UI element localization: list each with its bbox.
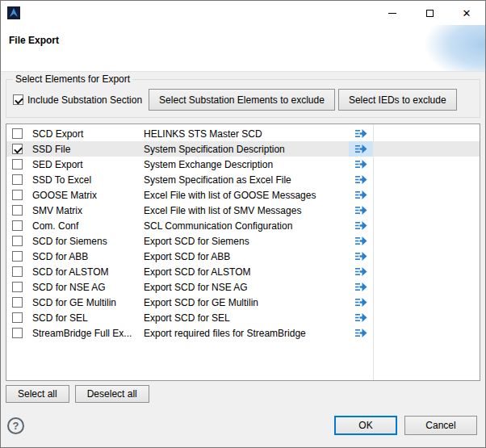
row-checkbox[interactable] <box>12 282 23 292</box>
table-row[interactable]: SCD for ALSTOM Export SCD for ALSTOM <box>6 264 480 279</box>
row-checkbox-cell <box>6 282 31 292</box>
row-name: SCD for ABB <box>31 251 142 262</box>
row-checkbox[interactable] <box>12 328 23 338</box>
export-arrow-icon[interactable] <box>355 128 367 139</box>
row-checkbox-cell <box>6 236 31 246</box>
ok-button[interactable]: OK <box>334 416 397 435</box>
row-name: Com. Conf <box>31 220 142 232</box>
export-arrow-icon[interactable] <box>355 190 367 200</box>
help-button[interactable]: ? <box>7 417 24 434</box>
table-row[interactable]: SCD for ABB Export SCD for ABB <box>6 249 480 264</box>
table-row[interactable]: SCD Export HELINKS STS Master SCD <box>6 126 480 141</box>
row-description: Export SCD for ABB <box>142 251 349 262</box>
row-checkbox-cell <box>6 159 31 170</box>
row-name: SCD for SEL <box>31 312 142 324</box>
include-substation-checkbox[interactable]: Include Substation Section <box>13 94 142 106</box>
export-arrow-icon[interactable] <box>355 205 367 216</box>
row-name: GOOSE Matrix <box>31 190 142 201</box>
select-all-button[interactable]: Select all <box>6 385 69 403</box>
row-description: HELINKS STS Master SCD <box>142 128 349 140</box>
row-description: System Specification as Excel File <box>142 174 349 186</box>
row-checkbox[interactable] <box>12 266 23 277</box>
row-icon-cell <box>349 264 373 279</box>
row-description: Export SCD for Siemens <box>142 236 349 247</box>
row-checkbox-cell <box>6 190 31 200</box>
row-checkbox[interactable] <box>12 251 23 262</box>
select-ieds-button[interactable]: Select IEDs to exclude <box>338 89 457 111</box>
maximize-icon <box>426 10 434 17</box>
row-name: SSD File <box>31 144 142 155</box>
table-row[interactable]: SCD for Siemens Export SCD for Siemens <box>6 233 480 249</box>
table-row[interactable]: SMV Matrix Excel File with list of SMV M… <box>6 203 480 218</box>
table-row[interactable]: SSD To Excel System Specification as Exc… <box>6 172 480 187</box>
export-arrow-icon[interactable] <box>355 312 367 323</box>
table-row[interactable]: SSD File System Specification Descriptio… <box>6 141 480 157</box>
export-arrow-icon[interactable] <box>355 266 367 277</box>
export-arrow-icon[interactable] <box>355 328 367 338</box>
maximize-button[interactable] <box>411 1 448 25</box>
table-row[interactable]: StreamBridge Full Ex... Export required … <box>6 325 480 341</box>
row-checkbox-cell <box>6 328 31 338</box>
app-icon[interactable] <box>7 6 20 19</box>
row-icon-cell <box>349 157 373 172</box>
export-table-rows: SCD Export HELINKS STS Master SCD SSD Fi… <box>6 124 480 341</box>
close-icon: ✕ <box>463 8 471 19</box>
checkbox-label: Include Substation Section <box>27 94 142 106</box>
export-arrow-icon[interactable] <box>355 282 367 292</box>
row-checkbox-cell <box>6 312 31 323</box>
export-arrow-icon[interactable] <box>355 144 367 154</box>
export-arrow-icon[interactable] <box>355 174 367 185</box>
table-row[interactable]: SED Export System Exchange Description <box>6 157 480 172</box>
table-row[interactable]: SCD for SEL Export SCD for SEL <box>6 310 480 325</box>
row-icon-cell <box>349 187 373 203</box>
row-icon-cell <box>349 126 373 141</box>
export-arrow-icon[interactable] <box>355 297 367 308</box>
table-row[interactable]: SCD for GE Multilin Export SCD for GE Mu… <box>6 295 480 310</box>
row-checkbox-cell <box>6 251 31 262</box>
row-checkbox[interactable] <box>12 128 23 139</box>
banner: File Export <box>1 25 485 72</box>
footer-buttons: OK Cancel <box>334 416 477 435</box>
row-checkbox[interactable] <box>12 236 23 246</box>
row-description: Export SCD for GE Multilin <box>142 297 349 308</box>
row-checkbox[interactable] <box>12 297 23 308</box>
export-arrow-icon[interactable] <box>355 236 367 246</box>
row-name: SED Export <box>31 159 142 170</box>
row-icon-cell <box>349 218 373 233</box>
row-icon-cell <box>349 141 373 157</box>
minimize-button[interactable] <box>374 1 411 25</box>
row-description: System Specification Description <box>142 144 349 155</box>
row-description: Export required files for StreamBridge <box>142 328 349 339</box>
row-icon-cell <box>349 325 373 341</box>
row-icon-cell <box>349 310 373 325</box>
row-checkbox[interactable] <box>12 174 23 185</box>
row-description: Export SCD for SEL <box>142 312 349 324</box>
checkbox-box <box>13 94 23 105</box>
close-button[interactable]: ✕ <box>448 1 485 25</box>
row-description: Export SCD for NSE AG <box>142 282 349 293</box>
row-checkbox[interactable] <box>12 220 23 231</box>
table-row[interactable]: SCD for NSE AG Export SCD for NSE AG <box>6 279 480 295</box>
row-checkbox[interactable] <box>12 159 23 170</box>
export-arrow-icon[interactable] <box>355 159 367 170</box>
table-row[interactable]: Com. Conf SCL Communication Configuratio… <box>6 218 480 233</box>
row-checkbox[interactable] <box>12 144 23 154</box>
row-checkbox-cell <box>6 297 31 308</box>
table-row[interactable]: GOOSE Matrix Excel File with list of GOO… <box>6 187 480 203</box>
row-description: Export SCD for ALSTOM <box>142 266 349 278</box>
export-arrow-icon[interactable] <box>355 251 367 262</box>
row-name: SCD for GE Multilin <box>31 297 142 308</box>
row-checkbox-cell <box>6 205 31 216</box>
select-elements-group: Select Elements for Export Include Subst… <box>6 73 480 118</box>
deselect-all-button[interactable]: Deselect all <box>75 385 149 403</box>
row-description: Excel File with list of SMV Messages <box>142 205 349 216</box>
row-checkbox[interactable] <box>12 312 23 323</box>
cancel-button[interactable]: Cancel <box>404 416 477 435</box>
row-name: StreamBridge Full Ex... <box>31 328 142 339</box>
row-checkbox[interactable] <box>12 205 23 216</box>
row-description: SCL Communication Configuration <box>142 220 349 232</box>
select-substation-elements-button[interactable]: Select Substation Elements to exclude <box>149 89 335 111</box>
banner-gradient-decoration <box>356 25 485 71</box>
export-arrow-icon[interactable] <box>355 220 367 231</box>
row-checkbox[interactable] <box>12 190 23 200</box>
